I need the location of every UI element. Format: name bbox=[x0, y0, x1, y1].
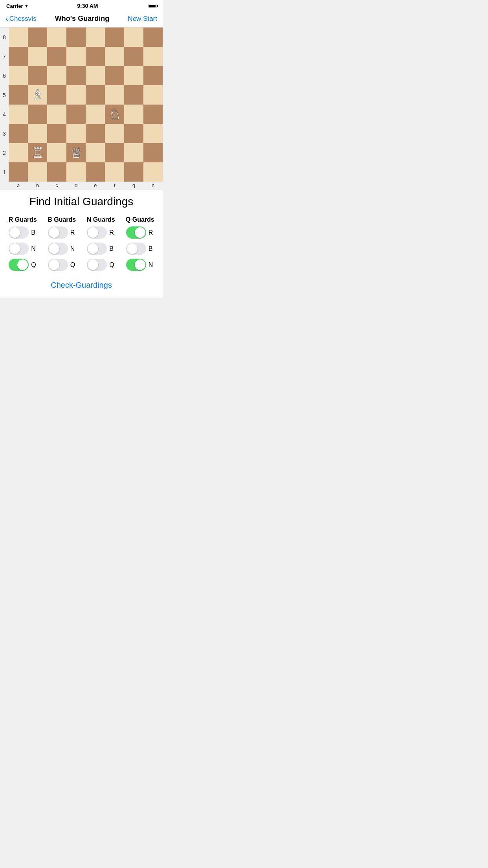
section-title: Find Initial Guardings bbox=[0, 190, 163, 212]
cell-c8[interactable] bbox=[47, 28, 66, 47]
cell-e3[interactable] bbox=[86, 124, 105, 143]
cell-e7[interactable] bbox=[86, 47, 105, 66]
cell-a2[interactable] bbox=[9, 143, 28, 162]
cell-a5[interactable] bbox=[9, 85, 28, 105]
cell-e4[interactable] bbox=[86, 105, 105, 124]
file-label-h: h bbox=[143, 182, 163, 190]
cell-g4[interactable] bbox=[124, 105, 143, 124]
cell-h5[interactable] bbox=[143, 85, 163, 105]
cell-g1[interactable] bbox=[124, 162, 143, 182]
bottom-bar: Check-Guardings bbox=[0, 275, 163, 298]
file-label-f: f bbox=[105, 182, 124, 190]
cell-d1[interactable] bbox=[66, 162, 86, 182]
cell-g8[interactable] bbox=[124, 28, 143, 47]
cell-f2[interactable] bbox=[105, 143, 124, 162]
cell-e1[interactable] bbox=[86, 162, 105, 182]
cell-d7[interactable] bbox=[66, 47, 86, 66]
cell-c6[interactable] bbox=[47, 66, 66, 85]
cell-c3[interactable] bbox=[47, 124, 66, 143]
cell-c7[interactable] bbox=[47, 47, 66, 66]
cell-b1[interactable] bbox=[28, 162, 47, 182]
toggle-0-0[interactable] bbox=[9, 226, 29, 239]
cell-d3[interactable] bbox=[66, 124, 86, 143]
guard-cell-1-1: N bbox=[42, 243, 82, 255]
col-header-R: R Guards bbox=[3, 216, 42, 223]
cell-f4[interactable]: ♘ bbox=[105, 105, 124, 124]
guard-label-1-0: N bbox=[31, 245, 37, 252]
check-guardings-button[interactable]: Check-Guardings bbox=[51, 281, 112, 290]
cell-e6[interactable] bbox=[86, 66, 105, 85]
cell-b2[interactable]: ♖ bbox=[28, 143, 47, 162]
cell-c1[interactable] bbox=[47, 162, 66, 182]
cell-h2[interactable] bbox=[143, 143, 163, 162]
cell-b5[interactable]: ♗ bbox=[28, 85, 47, 105]
cell-d6[interactable] bbox=[66, 66, 86, 85]
cell-a7[interactable] bbox=[9, 47, 28, 66]
cell-c2[interactable] bbox=[47, 143, 66, 162]
cell-d8[interactable] bbox=[66, 28, 86, 47]
piece-queen-d2: ♕ bbox=[70, 146, 83, 160]
cell-g5[interactable] bbox=[124, 85, 143, 105]
rank-label-5: 5 bbox=[0, 85, 9, 105]
new-start-button[interactable]: New Start bbox=[128, 15, 157, 23]
cell-h8[interactable] bbox=[143, 28, 163, 47]
cell-b6[interactable] bbox=[28, 66, 47, 85]
cell-a4[interactable] bbox=[9, 105, 28, 124]
cell-h3[interactable] bbox=[143, 124, 163, 143]
cell-f8[interactable] bbox=[105, 28, 124, 47]
toggle-0-3[interactable] bbox=[126, 226, 146, 239]
cell-a6[interactable] bbox=[9, 66, 28, 85]
cell-h6[interactable] bbox=[143, 66, 163, 85]
file-label-g: g bbox=[124, 182, 143, 190]
cell-d5[interactable] bbox=[66, 85, 86, 105]
back-button[interactable]: ‹ Chessvis bbox=[6, 14, 37, 23]
battery-icon bbox=[148, 4, 156, 8]
cell-e5[interactable] bbox=[86, 85, 105, 105]
cell-d4[interactable] bbox=[66, 105, 86, 124]
cell-a8[interactable] bbox=[9, 28, 28, 47]
toggle-2-3[interactable] bbox=[126, 259, 146, 271]
toggle-1-0[interactable] bbox=[9, 243, 29, 255]
cell-a1[interactable] bbox=[9, 162, 28, 182]
col-header-Q: Q Guards bbox=[121, 216, 160, 223]
cell-g6[interactable] bbox=[124, 66, 143, 85]
cell-b4[interactable] bbox=[28, 105, 47, 124]
cell-h1[interactable] bbox=[143, 162, 163, 182]
guard-cell-0-3: R bbox=[121, 226, 160, 239]
cell-b7[interactable] bbox=[28, 47, 47, 66]
cell-d2[interactable]: ♕ bbox=[66, 143, 86, 162]
toggle-2-0[interactable] bbox=[9, 259, 29, 271]
cell-b8[interactable] bbox=[28, 28, 47, 47]
rank-label-2: 2 bbox=[0, 143, 9, 162]
toggle-1-2[interactable] bbox=[87, 243, 107, 255]
cell-g7[interactable] bbox=[124, 47, 143, 66]
cell-e2[interactable] bbox=[86, 143, 105, 162]
cell-f1[interactable] bbox=[105, 162, 124, 182]
cell-f7[interactable] bbox=[105, 47, 124, 66]
toggle-0-2[interactable] bbox=[87, 226, 107, 239]
cell-g2[interactable] bbox=[124, 143, 143, 162]
toggle-1-1[interactable] bbox=[48, 243, 68, 255]
toggle-0-1[interactable] bbox=[48, 226, 68, 239]
toggle-2-2[interactable] bbox=[87, 259, 107, 271]
cell-c4[interactable] bbox=[47, 105, 66, 124]
guard-cell-1-0: N bbox=[3, 243, 42, 255]
rank-label-6: 6 bbox=[0, 66, 9, 85]
cell-h4[interactable] bbox=[143, 105, 163, 124]
rank-label-1: 1 bbox=[0, 162, 9, 182]
cell-f5[interactable] bbox=[105, 85, 124, 105]
cell-h7[interactable] bbox=[143, 47, 163, 66]
cell-e8[interactable] bbox=[86, 28, 105, 47]
cell-a3[interactable] bbox=[9, 124, 28, 143]
cell-f6[interactable] bbox=[105, 66, 124, 85]
cell-f3[interactable] bbox=[105, 124, 124, 143]
toggle-2-1[interactable] bbox=[48, 259, 68, 271]
guards-row-0: BRRR bbox=[3, 226, 160, 239]
guards-row-2: QQQN bbox=[3, 259, 160, 271]
cell-c5[interactable] bbox=[47, 85, 66, 105]
cell-g3[interactable] bbox=[124, 124, 143, 143]
col-header-B: B Guards bbox=[42, 216, 82, 223]
guard-label-2-2: Q bbox=[109, 261, 115, 268]
toggle-1-3[interactable] bbox=[126, 243, 146, 255]
cell-b3[interactable] bbox=[28, 124, 47, 143]
